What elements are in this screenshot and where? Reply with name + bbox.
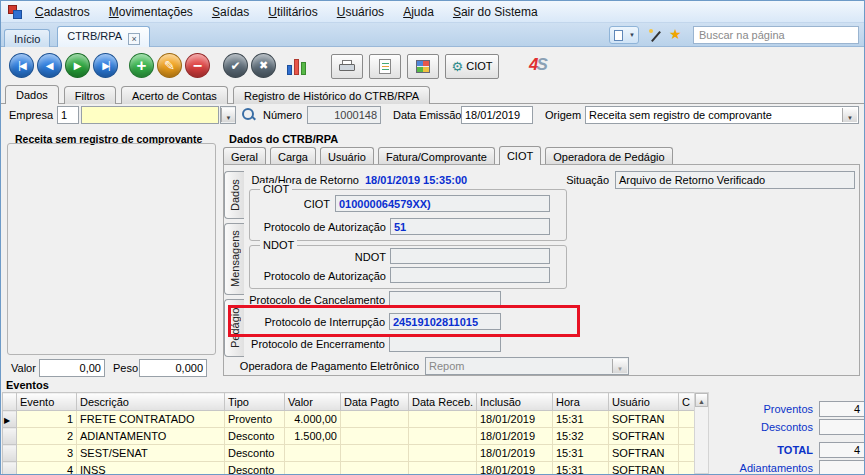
cell-inclusao[interactable]: 18/01/2019: [477, 462, 553, 475]
tab-inicio[interactable]: Início: [4, 29, 50, 49]
chart-button[interactable]: [285, 55, 309, 77]
next-record-button[interactable]: [65, 53, 90, 78]
cell-tipo[interactable]: Desconto: [225, 445, 285, 462]
cell-c[interactable]: [679, 411, 695, 428]
cell-evento[interactable]: 4: [17, 462, 77, 475]
dropdown-arrow-icon[interactable]: [842, 108, 857, 122]
column-header-tipo[interactable]: Tipo: [225, 393, 285, 411]
cell-descricao[interactable]: ADIANTAMENTO: [77, 428, 225, 445]
side-tab-mensagens[interactable]: Mensagens: [224, 223, 244, 295]
ndot-protocolo-autorizacao-field[interactable]: [390, 267, 550, 283]
cell-data-pagto[interactable]: [341, 462, 409, 475]
cell-data-receb[interactable]: [409, 411, 477, 428]
cell-hora[interactable]: 15:31: [553, 462, 609, 475]
cell-data-pagto[interactable]: [341, 445, 409, 462]
protocolo-encerramento-field[interactable]: [389, 335, 501, 352]
cell-usuario[interactable]: SOFTRAN: [609, 428, 679, 445]
tab-registro-historico[interactable]: Registro de Histórico do CTRB/RPA: [233, 86, 430, 104]
cell-tipo[interactable]: Desconto: [225, 428, 285, 445]
close-icon[interactable]: [128, 33, 140, 45]
cell-valor[interactable]: 4.000,00: [285, 411, 341, 428]
cell-evento[interactable]: 3: [17, 445, 77, 462]
column-header-c[interactable]: C: [679, 393, 695, 411]
menu-item-ajuda[interactable]: Ajuda: [395, 1, 442, 22]
column-header-usuario[interactable]: Usuário: [609, 393, 679, 411]
cell-c[interactable]: [679, 462, 695, 475]
cell-valor[interactable]: [285, 462, 341, 475]
protocolo-autorizacao-field[interactable]: 51: [390, 218, 550, 235]
cell-usuario[interactable]: SOFTRAN: [609, 445, 679, 462]
ndot-field[interactable]: [390, 248, 550, 264]
tab-ctrb-rpa[interactable]: CTRB/RPA: [57, 26, 150, 49]
cell-data-receb[interactable]: [409, 445, 477, 462]
table-row[interactable]: 1 FRETE CONTRATADO Provento 4.000,00 18/…: [3, 411, 695, 428]
cell-hora[interactable]: 15:32: [553, 428, 609, 445]
menu-item-cadastros[interactable]: Cadastros: [27, 1, 98, 22]
valor-input[interactable]: 0,00: [39, 359, 105, 377]
cell-evento[interactable]: 1: [17, 411, 77, 428]
cell-c[interactable]: [679, 445, 695, 462]
table-row[interactable]: 4 INSS Desconto 18/01/2019 15:31 SOFTRAN: [3, 462, 695, 475]
cell-inclusao[interactable]: 18/01/2019: [477, 411, 553, 428]
cell-inclusao[interactable]: 18/01/2019: [477, 445, 553, 462]
column-header-valor[interactable]: Valor: [285, 393, 341, 411]
cell-descricao[interactable]: INSS: [77, 462, 225, 475]
quick-access-button[interactable]: [609, 26, 639, 44]
cell-data-pagto[interactable]: [341, 411, 409, 428]
cell-valor[interactable]: [285, 445, 341, 462]
cell-usuario[interactable]: SOFTRAN: [609, 462, 679, 475]
protocolo-cancelamento-field[interactable]: [389, 291, 501, 308]
origem-select[interactable]: Receita sem registro de comprovante: [585, 106, 859, 124]
numero-input[interactable]: 1000148: [307, 106, 381, 124]
cancel-button[interactable]: [251, 53, 276, 78]
operadora-pagamento-select[interactable]: Repom: [425, 357, 629, 375]
column-header-inclusao[interactable]: Inclusão: [477, 393, 553, 411]
options-button[interactable]: [407, 54, 439, 79]
peso-input[interactable]: 0,000: [139, 359, 207, 377]
ciot-button[interactable]: CIOT: [445, 54, 499, 79]
menu-item-usuarios[interactable]: Usuários: [329, 1, 392, 22]
tab-geral[interactable]: Geral: [223, 147, 266, 165]
menu-item-utilitarios[interactable]: Utilitários: [260, 1, 325, 22]
cell-data-pagto[interactable]: [341, 428, 409, 445]
tab-carga[interactable]: Carga: [270, 147, 316, 165]
first-record-button[interactable]: [9, 53, 34, 78]
tab-acerto-de-contas[interactable]: Acerto de Contas: [121, 86, 228, 104]
column-header-evento[interactable]: Evento: [17, 393, 77, 411]
empresa-combo-arrow[interactable]: [220, 106, 236, 124]
empresa-name-combo[interactable]: [81, 106, 219, 124]
data-emissao-input[interactable]: 18/01/2019: [461, 106, 533, 124]
situacao-field[interactable]: Arquivo de Retorno Verificado: [615, 171, 855, 189]
cell-valor[interactable]: 1.500,00: [285, 428, 341, 445]
cell-descricao[interactable]: FRETE CONTRATADO: [77, 411, 225, 428]
prior-record-button[interactable]: [37, 53, 62, 78]
customize-pen-icon[interactable]: [649, 29, 663, 44]
menu-item-movimentacoes[interactable]: Movimentações: [101, 1, 201, 22]
cell-descricao[interactable]: SEST/SENAT: [77, 445, 225, 462]
last-record-button[interactable]: [93, 53, 118, 78]
cell-evento[interactable]: 2: [17, 428, 77, 445]
ciot-value-field[interactable]: 010000064579XX): [335, 195, 550, 212]
tab-filtros[interactable]: Filtros: [64, 86, 116, 104]
report-button[interactable]: [369, 54, 401, 79]
tab-operadora-pedagio[interactable]: Operadora de Pedágio: [545, 147, 672, 165]
empresa-code-input[interactable]: 1: [57, 106, 79, 124]
cell-tipo[interactable]: Desconto: [225, 462, 285, 475]
cell-data-receb[interactable]: [409, 462, 477, 475]
menu-item-sair[interactable]: Sair do Sistema: [445, 1, 546, 22]
tab-usuario[interactable]: Usuário: [320, 147, 374, 165]
cell-tipo[interactable]: Provento: [225, 411, 285, 428]
cell-usuario[interactable]: SOFTRAN: [609, 411, 679, 428]
edit-button[interactable]: [157, 53, 182, 78]
table-row[interactable]: 3 SEST/SENAT Desconto 18/01/2019 15:31 S…: [3, 445, 695, 462]
delete-button[interactable]: [185, 53, 210, 78]
favorite-star-icon[interactable]: [669, 26, 682, 42]
menu-item-saidas[interactable]: Saídas: [204, 1, 257, 22]
cell-hora[interactable]: 15:31: [553, 411, 609, 428]
cell-c[interactable]: [679, 428, 695, 445]
page-search-input[interactable]: [693, 26, 859, 44]
table-row[interactable]: 2 ADIANTAMENTO Desconto 1.500,00 18/01/2…: [3, 428, 695, 445]
column-header-hora[interactable]: Hora: [553, 393, 609, 411]
cell-data-receb[interactable]: [409, 428, 477, 445]
insert-button[interactable]: [129, 53, 154, 78]
